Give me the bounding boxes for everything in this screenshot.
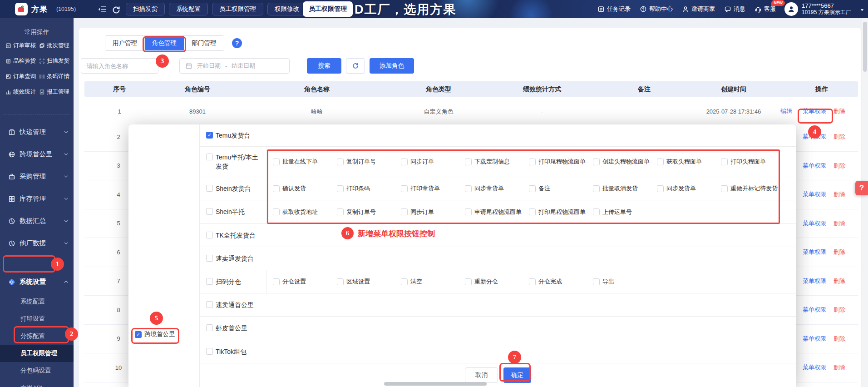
- refresh-page-icon[interactable]: [112, 5, 121, 13]
- permission-item[interactable]: 备注: [529, 184, 593, 193]
- module-item[interactable]: TK全托发货台: [200, 231, 266, 240]
- delete-link[interactable]: 删除: [833, 162, 845, 170]
- menu-permission-link[interactable]: 菜单权限: [803, 306, 826, 314]
- permission-checkbox[interactable]: [593, 208, 600, 215]
- confirm-button[interactable]: 确定: [503, 367, 531, 383]
- permission-checkbox[interactable]: [401, 159, 408, 165]
- permission-checkbox[interactable]: [337, 185, 344, 192]
- menu-permission-link[interactable]: 菜单权限: [803, 277, 826, 285]
- role-name-search-input[interactable]: [81, 58, 158, 74]
- permission-item[interactable]: 获取头程面单: [657, 158, 721, 166]
- module-item[interactable]: Shein半托: [200, 207, 266, 216]
- sidebar-menu-2-purchase[interactable]: 采购管理: [0, 165, 74, 188]
- permission-item[interactable]: 复制订单号: [337, 158, 401, 166]
- permission-checkbox[interactable]: [529, 185, 536, 192]
- permission-checkbox[interactable]: [401, 185, 408, 192]
- permission-item[interactable]: 打印条码: [337, 184, 401, 193]
- quick-item-query[interactable]: 订单查询: [5, 73, 39, 80]
- user-avatar[interactable]: [784, 2, 798, 16]
- permission-item[interactable]: 区域设置: [337, 278, 401, 286]
- permission-item[interactable]: 导出: [593, 278, 657, 286]
- help-icon[interactable]: ?: [232, 38, 242, 48]
- topbar-nav-system-config[interactable]: 系统配置: [169, 3, 208, 15]
- search-button[interactable]: 搜索: [307, 58, 341, 74]
- module-item[interactable]: Shein发货台: [200, 184, 266, 193]
- topbar-nav-staff-permission[interactable]: 员工权限管理: [212, 3, 263, 15]
- delete-link[interactable]: 删除: [833, 335, 845, 343]
- permission-item[interactable]: 复制订单号: [337, 208, 401, 216]
- sidebar-subitem-5[interactable]: 方果API: [0, 379, 74, 387]
- module-item[interactable]: Temu发货台: [200, 131, 266, 140]
- menu-permission-link[interactable]: 菜单权限: [803, 107, 826, 115]
- topbar-help-center[interactable]: 帮助中心: [640, 5, 673, 13]
- edit-link[interactable]: 编辑: [780, 107, 792, 115]
- tab-0[interactable]: 用户管理: [105, 36, 145, 50]
- sidebar-menu-1-globe[interactable]: 跨境首公里: [0, 143, 74, 165]
- permission-checkbox[interactable]: [465, 185, 472, 192]
- delete-link[interactable]: 删除: [833, 248, 845, 256]
- module-item[interactable]: 虾皮首公里: [200, 323, 266, 332]
- delete-link[interactable]: 删除: [833, 133, 845, 141]
- module-item[interactable]: Temu半托/本土发货: [200, 153, 266, 171]
- permission-item[interactable]: 分仓设置: [273, 278, 337, 286]
- sidebar-subitem-2[interactable]: 分拣配置: [0, 327, 74, 345]
- permission-checkbox[interactable]: [529, 208, 536, 215]
- quick-item-audit[interactable]: 订单审核: [5, 42, 39, 50]
- module-item[interactable]: 速卖通发货台: [200, 254, 266, 263]
- topbar-nav-permission-edit[interactable]: 权限修改: [267, 3, 306, 15]
- permission-checkbox[interactable]: [657, 159, 664, 165]
- quick-item-barcode[interactable]: 条码详情: [39, 73, 72, 80]
- permission-checkbox[interactable]: [273, 208, 280, 215]
- permission-item[interactable]: 同步发货单: [657, 184, 721, 193]
- date-range-picker[interactable]: 开始日期 - 结束日期: [179, 58, 290, 74]
- permission-checkbox[interactable]: [721, 185, 728, 192]
- delete-link[interactable]: 删除: [833, 306, 845, 314]
- floating-help-button[interactable]: ?: [855, 181, 868, 195]
- topbar-nav-scan-ship[interactable]: 扫描发货: [126, 3, 165, 15]
- permission-item[interactable]: 清空: [401, 278, 465, 286]
- permission-checkbox[interactable]: [273, 278, 280, 285]
- topbar-task-log[interactable]: 任务记录: [597, 5, 631, 13]
- permission-checkbox[interactable]: [593, 278, 600, 285]
- permission-item[interactable]: 同步订单: [401, 158, 465, 166]
- permission-checkbox[interactable]: [529, 159, 536, 165]
- permission-item[interactable]: 重做并标记待发货: [721, 184, 785, 193]
- quick-item-batch[interactable]: 批次管理: [39, 42, 72, 50]
- module-checkbox[interactable]: [206, 154, 213, 160]
- permission-item[interactable]: 获取收货地址: [273, 208, 337, 216]
- permission-checkbox[interactable]: [337, 278, 344, 285]
- permission-item[interactable]: 确认发货: [273, 184, 337, 193]
- module-item[interactable]: 速卖通首公里: [200, 300, 266, 309]
- delete-link[interactable]: 删除: [833, 107, 845, 115]
- permission-item[interactable]: 批量在线下单: [273, 158, 337, 166]
- permission-item[interactable]: 创建头程物流面单: [593, 158, 657, 166]
- permission-item[interactable]: 打印拿货单: [401, 184, 465, 193]
- module-checkbox[interactable]: [206, 348, 213, 355]
- sidebar-menu-0-express[interactable]: 快递管理: [0, 121, 74, 143]
- permission-item[interactable]: 打印尾程物流面单: [529, 158, 593, 166]
- permission-item[interactable]: 同步订单: [401, 208, 465, 216]
- module-item[interactable]: 扫码分仓: [200, 277, 266, 286]
- permission-item[interactable]: 打印尾程物流面单: [529, 208, 593, 216]
- delete-link[interactable]: 删除: [833, 363, 845, 372]
- module-checkbox[interactable]: [206, 132, 213, 139]
- cancel-button[interactable]: 取消: [465, 367, 498, 383]
- permission-checkbox[interactable]: [337, 159, 344, 165]
- module-checkbox[interactable]: [206, 278, 213, 285]
- permission-checkbox[interactable]: [593, 185, 600, 192]
- module-checkbox[interactable]: [206, 232, 213, 238]
- permission-checkbox[interactable]: [465, 278, 472, 285]
- menu-permission-link[interactable]: 菜单权限: [803, 363, 826, 372]
- horizontal-scrollbar[interactable]: [384, 382, 487, 386]
- permission-checkbox[interactable]: [401, 208, 408, 215]
- module-item[interactable]: TikTok组包: [200, 347, 266, 356]
- delete-link[interactable]: 删除: [833, 219, 845, 228]
- permission-item[interactable]: 申请尾程物流面单: [465, 208, 529, 216]
- quick-item-stats[interactable]: 绩效统计: [5, 88, 39, 96]
- permission-item[interactable]: 同步拿货单: [465, 184, 529, 193]
- permission-checkbox[interactable]: [465, 159, 472, 165]
- permission-checkbox[interactable]: [721, 159, 728, 165]
- vertical-scrollbar-thumb[interactable]: [863, 22, 867, 72]
- topbar-messages[interactable]: 消息: [724, 5, 745, 13]
- permission-item[interactable]: 打印头程面单: [721, 158, 785, 166]
